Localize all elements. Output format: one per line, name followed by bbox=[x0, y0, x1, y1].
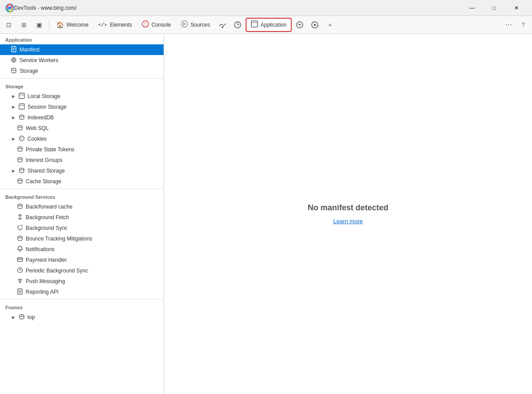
tab-sources-label: Sources bbox=[191, 22, 210, 28]
tab-console[interactable]: ! Console bbox=[137, 18, 176, 32]
sidebar-item-private-state-tokens[interactable]: Private State Tokens bbox=[0, 144, 164, 155]
performance-button[interactable] bbox=[231, 18, 245, 32]
session-storage-arrow: ▶ bbox=[11, 104, 16, 110]
sidebar-item-web-sql[interactable]: Web SQL bbox=[0, 123, 164, 134]
no-manifest-text: No manifest detected bbox=[308, 203, 388, 213]
private-state-tokens-label: Private State Tokens bbox=[26, 146, 74, 153]
background-fetch-icon bbox=[17, 214, 23, 221]
close-button[interactable]: ✕ bbox=[506, 1, 527, 15]
svg-point-36 bbox=[18, 158, 22, 159]
help-button[interactable]: ? bbox=[516, 18, 530, 32]
tab-elements-label: Elements bbox=[110, 22, 132, 28]
add-tab-button[interactable]: + bbox=[323, 18, 337, 32]
sidebar-item-background-fetch[interactable]: Background Fetch bbox=[0, 212, 164, 223]
sidebar-item-background-sync[interactable]: Background Sync bbox=[0, 223, 164, 233]
chrome-logo-icon bbox=[5, 4, 14, 12]
cookies-icon bbox=[19, 135, 25, 143]
svg-rect-26 bbox=[19, 104, 24, 109]
sidebar-item-local-storage[interactable]: ▶ Local Storage bbox=[0, 91, 164, 102]
cookies-label: Cookies bbox=[27, 136, 47, 142]
svg-rect-48 bbox=[17, 258, 23, 261]
toggle-sidebar-button[interactable]: ▣ bbox=[32, 18, 46, 32]
tab-elements[interactable]: </> Elements bbox=[94, 18, 137, 32]
svg-point-29 bbox=[18, 126, 22, 127]
sidebar-item-payment-handler[interactable]: Payment Handler bbox=[0, 255, 164, 265]
tab-application[interactable]: Application bbox=[246, 18, 292, 32]
back-forward-cache-icon bbox=[17, 203, 23, 211]
sidebar-item-indexeddb[interactable]: ▶ IndexedDB bbox=[0, 112, 164, 123]
sidebar-item-session-storage[interactable]: ▶ Session Storage bbox=[0, 102, 164, 112]
svg-point-34 bbox=[20, 139, 20, 139]
sidebar: Application Manifest Service Workers Sto… bbox=[0, 34, 164, 394]
sidebar-item-interest-groups[interactable]: Interest Groups bbox=[0, 155, 164, 165]
svg-point-53 bbox=[20, 281, 21, 283]
svg-point-58 bbox=[20, 315, 24, 316]
svg-point-45 bbox=[18, 236, 22, 238]
network-button[interactable] bbox=[215, 18, 230, 32]
sidebar-item-cache-storage[interactable]: Cache Storage bbox=[0, 176, 164, 187]
sidebar-item-top[interactable]: ▶ top bbox=[0, 312, 164, 323]
service-workers-icon bbox=[11, 57, 17, 64]
local-storage-arrow: ▶ bbox=[11, 94, 16, 99]
title-bar: DevTools - www.bing.com/ — □ ✕ bbox=[0, 0, 532, 16]
svg-point-28 bbox=[20, 115, 24, 117]
payment-handler-label: Payment Handler bbox=[26, 257, 67, 263]
minimize-button[interactable]: — bbox=[462, 1, 482, 15]
sidebar-item-bounce-tracking[interactable]: Bounce Tracking Mitigations bbox=[0, 233, 164, 244]
interest-groups-label: Interest Groups bbox=[26, 157, 63, 163]
web-sql-label: Web SQL bbox=[26, 125, 49, 131]
sidebar-item-back-forward-cache[interactable]: Back/forward cache bbox=[0, 201, 164, 212]
svg-point-1 bbox=[8, 6, 12, 10]
sidebar-item-manifest[interactable]: Manifest bbox=[0, 44, 164, 55]
private-state-tokens-icon bbox=[17, 146, 23, 154]
tab-console-label: Console bbox=[152, 22, 171, 28]
indexeddb-icon bbox=[19, 114, 25, 122]
sidebar-item-push-messaging[interactable]: Push Messaging bbox=[0, 276, 164, 287]
svg-rect-9 bbox=[251, 21, 258, 27]
sidebar-item-service-workers[interactable]: Service Workers bbox=[0, 55, 164, 66]
divider-3 bbox=[0, 299, 164, 299]
recorder-button[interactable] bbox=[308, 18, 322, 32]
svg-point-35 bbox=[18, 147, 22, 149]
sidebar-item-cookies[interactable]: ▶ Cookies bbox=[0, 134, 164, 144]
background-fetch-label: Background Fetch bbox=[26, 214, 69, 221]
sidebar-item-reporting-api[interactable]: Reporting API bbox=[0, 287, 164, 297]
sidebar-item-shared-storage[interactable]: ▶ Shared Storage bbox=[0, 165, 164, 176]
devtools-dock-button[interactable]: ⊡ bbox=[2, 18, 16, 32]
application-icon bbox=[251, 20, 258, 29]
local-storage-icon bbox=[19, 93, 25, 100]
notifications-label: Notifications bbox=[26, 246, 55, 252]
new-tab-button[interactable]: ⊞ bbox=[17, 18, 31, 32]
tab-application-label: Application bbox=[261, 22, 287, 28]
performance-insights-button[interactable] bbox=[293, 18, 307, 32]
top-arrow: ▶ bbox=[11, 315, 16, 320]
more-options-button[interactable]: ⋯ bbox=[501, 18, 515, 32]
maximize-button[interactable]: □ bbox=[484, 1, 505, 15]
svg-text:!: ! bbox=[145, 22, 146, 27]
web-sql-icon bbox=[17, 125, 23, 132]
sidebar-item-notifications[interactable]: Notifications bbox=[0, 244, 164, 255]
tab-sources[interactable]: Sources bbox=[176, 18, 215, 32]
application-section-label: Application bbox=[0, 34, 164, 44]
svg-point-37 bbox=[20, 168, 24, 170]
storage-section-label: Storage bbox=[0, 80, 164, 91]
tab-welcome[interactable]: 🏠 Welcome bbox=[52, 18, 93, 32]
storage-app-label: Storage bbox=[20, 68, 38, 74]
sidebar-item-periodic-background-sync[interactable]: Periodic Background Sync bbox=[0, 265, 164, 276]
svg-rect-24 bbox=[19, 93, 24, 98]
interest-groups-icon bbox=[17, 157, 23, 164]
indexeddb-arrow: ▶ bbox=[11, 115, 16, 120]
reporting-api-icon bbox=[17, 288, 23, 296]
elements-icon: </> bbox=[98, 22, 107, 28]
svg-point-18 bbox=[13, 59, 15, 61]
learn-more-link[interactable]: Learn more bbox=[333, 218, 363, 225]
svg-point-5 bbox=[222, 26, 223, 28]
home-icon: 🏠 bbox=[56, 21, 64, 28]
frames-section-label: Frames bbox=[0, 301, 164, 312]
shared-storage-label: Shared Storage bbox=[27, 168, 65, 174]
bounce-tracking-label: Bounce Tracking Mitigations bbox=[26, 236, 92, 242]
top-icon bbox=[19, 314, 25, 321]
svg-point-30 bbox=[20, 136, 24, 141]
sidebar-item-storage-app[interactable]: Storage bbox=[0, 66, 164, 76]
svg-point-31 bbox=[20, 138, 21, 138]
